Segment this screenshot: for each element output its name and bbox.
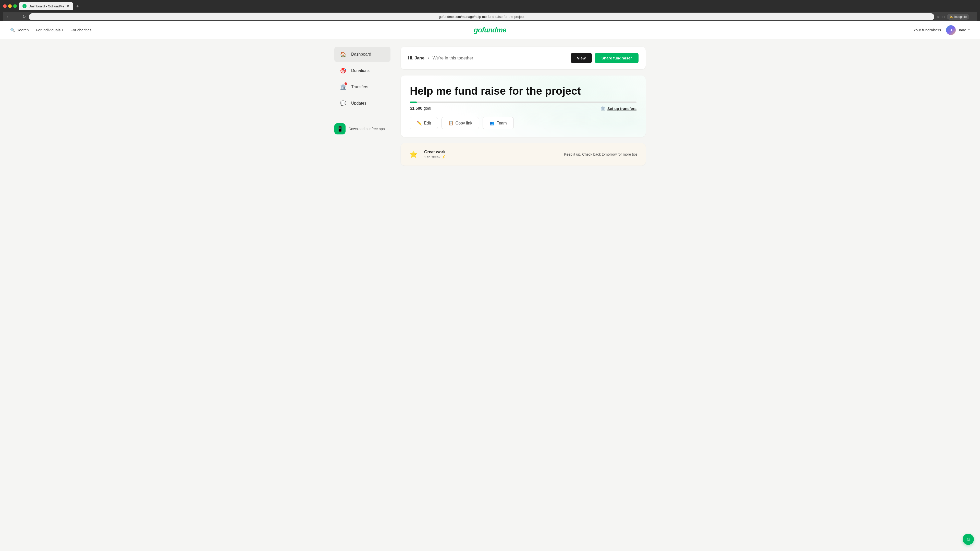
address-actions: ☆ ⊡ 🕵 Incognito ⋮ xyxy=(936,14,975,20)
search-link[interactable]: 🔍 Search xyxy=(10,28,29,32)
header-left: 🔍 Search For individuals ▾ For charities xyxy=(10,28,92,32)
user-name: Jane xyxy=(958,28,966,32)
sidebar-item-transfers[interactable]: 🏛️ Transfers xyxy=(334,79,390,95)
goal-row: $1,500 goal 🏛️ Set up transfers xyxy=(410,106,636,111)
app-download-icon: 📱 xyxy=(334,123,345,135)
chevron-down-icon: ▾ xyxy=(62,28,63,32)
copy-link-button[interactable]: 📋 Copy link xyxy=(442,117,479,129)
active-tab[interactable]: g Dashboard - GoFundMe × xyxy=(19,2,73,10)
edit-label: Edit xyxy=(424,121,431,125)
header-actions: View Share fundraiser xyxy=(571,53,638,63)
sidebar-item-donations[interactable]: 🎯 Donations xyxy=(334,63,390,78)
tip-body: Keep it up. Check back tomorrow for more… xyxy=(564,152,638,156)
team-icon: 👥 xyxy=(490,121,495,125)
edit-icon: ✏️ xyxy=(417,121,422,125)
site-logo[interactable]: gofundme xyxy=(474,26,506,34)
setup-transfers-label: Set up transfers xyxy=(608,106,636,111)
window-controls xyxy=(3,4,17,8)
main-content: Hi, Jane • We're in this together View S… xyxy=(401,47,646,165)
goal-label: goal xyxy=(423,106,431,110)
tip-streak-label: 1 tip streak xyxy=(424,155,441,159)
view-button[interactable]: View xyxy=(571,53,592,63)
menu-icon[interactable]: ⋮ xyxy=(971,15,975,19)
window-close-button[interactable] xyxy=(3,4,6,8)
tip-title: Great work xyxy=(424,150,559,154)
home-icon: 🏠 xyxy=(339,50,348,59)
download-app-section[interactable]: 📱 Download our free app xyxy=(334,121,390,137)
tab-bar: g Dashboard - GoFundMe × + xyxy=(19,2,81,10)
your-fundraisers-link[interactable]: Your fundraisers xyxy=(913,28,941,32)
chat-icon: ☺ xyxy=(966,537,971,542)
tips-section: ⭐ Great work 1 tip streak ⚡ Keep it up. … xyxy=(401,143,646,165)
donations-icon: 🎯 xyxy=(339,66,348,75)
sidebar-item-dashboard[interactable]: 🏠 Dashboard xyxy=(334,47,390,62)
tab-close-button[interactable]: × xyxy=(66,4,69,8)
greeting-name: Hi, Jane xyxy=(408,56,425,60)
for-charities-link[interactable]: For charities xyxy=(70,28,92,32)
team-label: Team xyxy=(496,121,507,125)
fundraiser-section: Help me fund raise for the project $1,50… xyxy=(401,76,646,137)
sidebar-transfers-label: Transfers xyxy=(351,85,368,89)
chat-widget[interactable]: ☺ xyxy=(963,534,974,545)
lightning-icon: ⚡ xyxy=(442,155,446,159)
progress-bar xyxy=(410,102,636,103)
back-button[interactable]: ← xyxy=(5,14,11,20)
setup-transfers-link[interactable]: 🏛️ Set up transfers xyxy=(600,106,636,111)
team-button[interactable]: 👥 Team xyxy=(483,117,514,129)
main-layout: 🏠 Dashboard 🎯 Donations 🏛️ Transfers 💬 U… xyxy=(324,39,656,173)
progress-bar-fill xyxy=(410,102,417,103)
incognito-label: Incognito xyxy=(954,15,967,19)
edit-button[interactable]: ✏️ Edit xyxy=(410,117,438,129)
for-individuals-label: For individuals xyxy=(36,28,61,32)
greeting-subtitle: We're in this together xyxy=(433,56,473,60)
refresh-button[interactable]: ↻ xyxy=(21,13,27,20)
action-buttons: ✏️ Edit 📋 Copy link 👥 Team xyxy=(410,117,636,129)
tab-favicon: g xyxy=(22,4,27,8)
setup-transfers-bank-icon: 🏛️ xyxy=(600,106,605,111)
search-icon: 🔍 xyxy=(10,28,15,32)
forward-button[interactable]: → xyxy=(13,14,19,20)
goal-amount: $1,500 xyxy=(410,106,422,110)
star-icon[interactable]: ☆ xyxy=(936,15,940,19)
user-menu[interactable]: J Jane ▾ xyxy=(946,25,970,35)
sidebar: 🏠 Dashboard 🎯 Donations 🏛️ Transfers 💬 U… xyxy=(334,47,390,165)
address-bar-row: ← → ↻ ☆ ⊡ 🕵 Incognito ⋮ xyxy=(3,12,977,21)
dashboard-header-card: Hi, Jane • We're in this together View S… xyxy=(401,47,646,69)
greeting-separator: • xyxy=(428,56,429,60)
split-view-icon[interactable]: ⊡ xyxy=(942,15,945,19)
greeting-section: Hi, Jane • We're in this together xyxy=(408,56,473,60)
avatar: J xyxy=(946,25,956,35)
logo-center: gofundme xyxy=(474,26,506,34)
transfers-notification-dot xyxy=(345,83,347,85)
download-app-label: Download our free app xyxy=(348,127,385,131)
transfers-icon: 🏛️ xyxy=(339,83,348,92)
sidebar-dashboard-label: Dashboard xyxy=(351,52,371,57)
share-fundraiser-button[interactable]: Share fundraiser xyxy=(595,53,638,63)
user-menu-chevron-icon: ▾ xyxy=(968,28,970,32)
tip-streak: 1 tip streak ⚡ xyxy=(424,155,559,159)
header-right: Your fundraisers J Jane ▾ xyxy=(913,25,970,35)
greeting-section: Hi, Jane • We're in this together xyxy=(408,56,473,61)
sidebar-updates-label: Updates xyxy=(351,101,366,106)
fundraiser-title: Help me fund raise for the project xyxy=(410,85,636,97)
window-maximize-button[interactable] xyxy=(13,4,17,8)
browser-controls: g Dashboard - GoFundMe × + xyxy=(3,2,977,10)
copy-icon: 📋 xyxy=(449,121,453,125)
window-minimize-button[interactable] xyxy=(8,4,12,8)
for-individuals-link[interactable]: For individuals ▾ xyxy=(36,28,64,32)
search-label: Search xyxy=(17,28,29,32)
new-tab-button[interactable]: + xyxy=(74,3,81,10)
copy-link-label: Copy link xyxy=(455,121,473,125)
for-charities-label: For charities xyxy=(70,28,92,32)
address-input[interactable] xyxy=(29,13,934,20)
tip-content: Great work 1 tip streak ⚡ xyxy=(424,150,559,159)
site-wrapper: 🔍 Search For individuals ▾ For charities… xyxy=(0,21,980,551)
updates-icon: 💬 xyxy=(339,99,348,108)
incognito-icon: 🕵 xyxy=(950,15,953,19)
tab-title: Dashboard - GoFundMe xyxy=(29,4,64,8)
sidebar-donations-label: Donations xyxy=(351,68,369,73)
site-header: 🔍 Search For individuals ▾ For charities… xyxy=(0,21,980,39)
browser-chrome: g Dashboard - GoFundMe × + ← → ↻ ☆ ⊡ 🕵 I… xyxy=(0,0,980,21)
goal-text: $1,500 goal xyxy=(410,106,431,111)
sidebar-item-updates[interactable]: 💬 Updates xyxy=(334,96,390,111)
